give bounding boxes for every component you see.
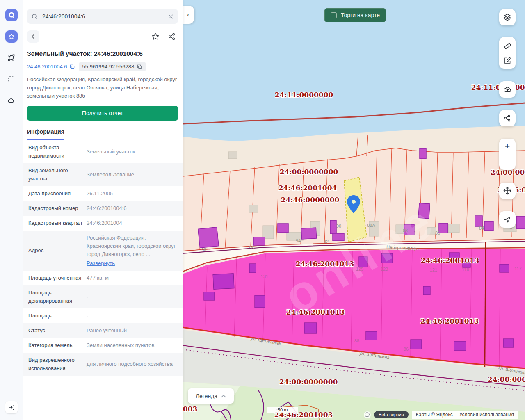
star-outline-icon <box>151 32 160 41</box>
info-row: СтатусРанее учтенный <box>23 323 183 338</box>
measure-button[interactable] <box>499 37 516 52</box>
row-value: Российская Федерация, Красноярский край,… <box>87 234 177 267</box>
row-label: Дата присвоения <box>28 189 82 198</box>
app-logo[interactable] <box>5 9 18 21</box>
app-logo-icon <box>7 11 16 19</box>
info-row: Кадастровый номер24:46:2001004:6 <box>23 201 183 216</box>
scale-line <box>253 413 313 415</box>
row-label: Площадь <box>28 312 82 320</box>
info-row: Вид объекта недвижимостиЗемельный участо… <box>23 140 183 163</box>
row-value: Земельный участок <box>87 148 177 156</box>
dashed-square-icon <box>7 75 15 83</box>
row-label: Статус <box>28 326 82 335</box>
object-info-panel: Земельный участок: 24:46:2001004:6 24:46… <box>23 0 183 420</box>
row-value: 24:46:2001004 <box>87 219 177 227</box>
row-label: Площадь уточненная <box>28 274 82 282</box>
move-icon <box>503 186 512 195</box>
login-button[interactable] <box>5 401 18 413</box>
star-icon <box>8 33 15 40</box>
chevron-left-icon <box>30 34 36 39</box>
terms-of-use-link[interactable]: Условия использования <box>459 412 514 418</box>
row-label: Категория земель <box>28 341 82 349</box>
share-map-button[interactable] <box>499 110 516 126</box>
row-value: 477 кв. м <box>87 274 177 282</box>
row-label: Кадастровый номер <box>28 204 82 212</box>
legend-button[interactable]: Легенда <box>188 388 234 404</box>
row-value: - <box>87 312 177 320</box>
tab-information[interactable]: Информация <box>27 128 64 140</box>
favorite-button[interactable] <box>149 30 162 43</box>
layers-icon <box>503 13 512 22</box>
row-value: 24:46:2001004:6 <box>87 204 177 212</box>
row-label: Вид земельного участка <box>28 167 82 183</box>
layers-button[interactable] <box>499 9 516 25</box>
trades-label: Торги на карте <box>341 12 380 18</box>
trades-checkbox[interactable] <box>331 12 337 18</box>
row-value: Земли населенных пунктов <box>87 341 177 349</box>
page-title: Земельный участок: 24:46:2001004:6 <box>27 50 178 57</box>
object-address: Российская Федерация, Красноярский край,… <box>27 75 178 100</box>
cloud-icon <box>7 96 16 105</box>
sidebar-item-favorites[interactable] <box>5 30 18 43</box>
yandex-maps-link[interactable]: Карты © Яндекс <box>416 412 453 418</box>
sidebar-item-draw-polygon[interactable] <box>5 52 18 64</box>
row-label: Кадастровый квартал <box>28 219 82 227</box>
share-icon <box>503 114 511 122</box>
sidebar-item-area-select[interactable] <box>5 73 18 85</box>
ruler-icon <box>503 41 512 49</box>
cloud-upload-icon <box>503 85 512 94</box>
panel-header <box>27 30 178 43</box>
icon-rail <box>0 0 23 420</box>
info-row: Площадь уточненная477 кв. м <box>23 271 183 285</box>
expand-address-link[interactable]: Развернуть <box>87 259 115 267</box>
tabs-bar: Информация <box>23 128 183 140</box>
share-icon <box>168 32 176 41</box>
info-button[interactable] <box>364 411 371 418</box>
polygon-icon <box>7 54 16 62</box>
map-base-layer <box>183 0 525 420</box>
scale-label: 50 m <box>267 407 298 413</box>
row-value: Землепользование <box>87 171 177 179</box>
collapse-panel-handle[interactable]: ‹ <box>183 6 194 24</box>
beta-badge: Beta-версия <box>374 411 409 418</box>
row-label: Вид объекта недвижимости <box>28 144 82 160</box>
map-canvas[interactable]: online 24:11:000000024:11:000000024:00:0… <box>183 0 525 420</box>
pan-mode-button[interactable] <box>499 183 516 199</box>
chevron-up-icon <box>221 395 226 398</box>
attribution-bar: Beta-версия Карты © Яндекс Условия испол… <box>364 411 518 419</box>
row-label: Вид разрешенного использования <box>28 356 82 372</box>
zoom-in-button[interactable]: + <box>499 139 516 154</box>
share-button[interactable] <box>166 30 178 43</box>
search-icon <box>31 13 38 20</box>
back-button[interactable] <box>27 30 39 43</box>
info-icon <box>364 412 370 418</box>
row-value: 26.11.2005 <box>87 189 177 198</box>
row-value: Ранее учтенный <box>87 326 177 335</box>
scale-bar: 50 m <box>253 409 313 415</box>
row-label: Адрес <box>28 247 82 255</box>
cadastral-number-link[interactable]: 24:46:2001004:6 <box>27 64 75 70</box>
copy-icon[interactable] <box>137 64 142 70</box>
search-input[interactable] <box>41 13 168 20</box>
sidebar-item-cloud[interactable] <box>5 94 18 107</box>
get-report-button[interactable]: Получить отчет <box>27 106 178 121</box>
trades-on-map-button[interactable]: Торги на карте <box>324 8 386 22</box>
row-value: - <box>87 293 177 301</box>
coordinates-text: 55.961994 92.556288 <box>82 64 135 70</box>
my-location-button[interactable] <box>499 211 516 228</box>
info-row: Вид разрешенного использованиядля личног… <box>23 353 183 376</box>
row-value: для личного подсобного хозяйства <box>87 360 177 368</box>
info-row: Вид земельного участкаЗемлепользование <box>23 163 183 186</box>
copy-icon[interactable] <box>69 64 75 70</box>
search-bar <box>27 9 178 24</box>
upload-button[interactable] <box>499 81 516 98</box>
info-row: Дата присвоения26.11.2005 <box>23 186 183 201</box>
info-row: Площадь- <box>23 308 183 323</box>
zoom-out-button[interactable]: − <box>499 154 516 170</box>
info-row: Кадастровый квартал24:46:2001004 <box>23 216 183 231</box>
cadastral-number-text: 24:46:2001004:6 <box>27 64 67 70</box>
info-table: Вид объекта недвижимостиЗемельный участо… <box>23 140 183 376</box>
clear-search-icon[interactable] <box>168 14 174 20</box>
edit-button[interactable] <box>499 52 516 68</box>
navigation-arrow-icon <box>503 215 511 224</box>
